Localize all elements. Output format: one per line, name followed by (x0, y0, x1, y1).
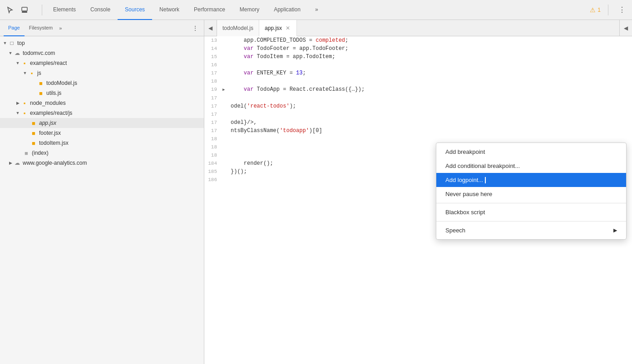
context-menu-label-blackbox: Blackbox script (445, 209, 485, 216)
tab-elements[interactable]: Elements (46, 0, 83, 20)
toolbar-icons (4, 4, 31, 16)
more-menu-button[interactable]: ⋮ (616, 4, 628, 16)
cursor-icon[interactable] (4, 4, 16, 16)
toolbar-divider (42, 5, 42, 15)
code-line-13: 13 app.COMPLETED_TODOS = completed; (204, 36, 632, 44)
context-menu-divider (436, 203, 626, 203)
panel-tabs: Page Filesystem » ⋮ (0, 20, 204, 36)
context-menu-label-add-logpoint: Add logpoint... (445, 177, 483, 183)
file-icon-todomodel: ■ (37, 79, 44, 87)
tree-item-index[interactable]: ■ (index) (0, 148, 204, 158)
code-line-ctx-1: 17 (204, 94, 632, 102)
editor-collapse-button[interactable]: ◀ (619, 20, 632, 36)
code-line-18: 18 (204, 77, 632, 85)
tree-arrow-google-analytics: ▶ (7, 161, 14, 165)
left-panel: Page Filesystem » ⋮ ▼ □ top (0, 20, 204, 364)
tree-item-app-jsx[interactable]: ■ app.jsx (0, 118, 204, 128)
toolbar: Elements Console Sources Network Perform… (0, 0, 632, 20)
toggle-drawer-icon[interactable] (18, 4, 31, 16)
editor-tab-close-button[interactable]: ✕ (285, 25, 291, 31)
tree-arrow-todomvc: ▼ (7, 51, 14, 55)
tab-application[interactable]: Application (267, 0, 308, 20)
context-menu-item-never-pause[interactable]: Never pause here (436, 187, 626, 201)
tree-item-examples-react-js[interactable]: ▼ ▪ examples/react/js (0, 108, 204, 118)
editor-tab-app-jsx[interactable]: app.jsx ✕ (259, 20, 297, 36)
code-line-19: 19 ▶ var TodoApp = React.createClass({…}… (204, 85, 632, 94)
tab-more[interactable]: » (308, 0, 326, 20)
tab-bar: Elements Console Sources Network Perform… (46, 0, 590, 20)
code-line-ctx-4: 17 odel}/>, (204, 118, 632, 127)
warning-badge[interactable]: ⚠ 1 (590, 6, 601, 14)
folder-icon-top: □ (8, 39, 15, 47)
context-menu-item-add-logpoint[interactable]: Add logpoint... (436, 173, 626, 187)
context-menu-submenu-arrow: ▶ (613, 227, 617, 233)
folder-icon-node-modules: ▪ (21, 99, 28, 107)
file-icon-footer-jsx: ■ (30, 129, 37, 137)
file-tree: ▼ □ top ▼ ☁ todomvc.com ▼ ▪ examples/rea… (0, 36, 204, 364)
tree-arrow-top: ▼ (2, 41, 8, 45)
svg-rect-0 (22, 7, 27, 11)
code-line-14: 14 var TodoFooter = app.TodoFooter; (204, 44, 632, 53)
code-line-ctx-6: 18 (204, 135, 632, 143)
main-container: Page Filesystem » ⋮ ▼ □ top (0, 20, 632, 364)
context-menu-divider-2 (436, 221, 626, 221)
warning-count: 1 (597, 7, 601, 13)
editor-tabs: ◀ todoModel.js app.jsx ✕ ◀ (204, 20, 632, 36)
context-menu-item-add-breakpoint[interactable]: Add breakpoint (436, 145, 626, 159)
cursor-caret (485, 177, 486, 183)
tab-network[interactable]: Network (152, 0, 187, 20)
tab-memory[interactable]: Memory (232, 0, 267, 20)
editor-tab-todomodel-label: todoModel.js (222, 25, 253, 31)
cloud-icon-google-analytics: ☁ (14, 159, 21, 167)
devtools-container: Elements Console Sources Network Perform… (0, 0, 632, 364)
file-icon-todoitem-jsx: ■ (30, 139, 37, 147)
tree-arrow-examples-react-js: ▼ (15, 111, 21, 115)
code-line-ctx-2: 17 odel('react-todos'); (204, 102, 632, 110)
editor-tab-prev-button[interactable]: ◀ (204, 20, 217, 36)
tab-more-panel[interactable]: » (59, 25, 62, 31)
tree-arrow-examples-react: ▼ (15, 61, 21, 65)
tree-item-examples-react[interactable]: ▼ ▪ examples/react (0, 58, 204, 68)
right-panel: ◀ todoModel.js app.jsx ✕ ◀ 13 app.COMPLE… (204, 20, 632, 364)
code-line-17: 17 var ENTER_KEY = 13; (204, 69, 632, 77)
editor-tab-todomodel[interactable]: todoModel.js (217, 20, 259, 36)
tree-item-node-modules[interactable]: ▶ ▪ node_modules (0, 98, 204, 108)
folder-icon-examples-react: ▪ (21, 59, 28, 67)
panel-menu-button[interactable]: ⋮ (190, 23, 200, 34)
context-menu-label-speech: Speech (445, 227, 465, 234)
file-icon-app-jsx: ■ (30, 119, 37, 127)
toolbar-right: ⚠ 1 ⋮ (590, 4, 628, 16)
file-icon-index: ■ (23, 149, 30, 157)
code-line-ctx-3: 17 (204, 110, 632, 118)
tab-sources[interactable]: Sources (118, 0, 152, 20)
tree-item-footer-jsx[interactable]: ■ footer.jsx (0, 128, 204, 138)
tree-arrow-node-modules: ▶ (15, 101, 21, 105)
context-menu-item-speech[interactable]: Speech ▶ (436, 223, 626, 237)
tree-item-todomvc[interactable]: ▼ ☁ todomvc.com (0, 48, 204, 58)
warning-icon: ⚠ (590, 6, 596, 14)
tree-item-js[interactable]: ▼ ▪ js (0, 68, 204, 78)
code-line-15: 15 var TodoItem = app.TodoItem; (204, 53, 632, 61)
tab-filesystem[interactable]: Filesystem (25, 20, 58, 36)
context-menu-label-add-conditional: Add conditional breakpoint... (445, 162, 520, 169)
context-menu: Add breakpoint Add conditional breakpoin… (436, 143, 627, 240)
tree-item-todoitem-jsx[interactable]: ■ todoItem.jsx (0, 138, 204, 148)
code-line-16: 16 (204, 61, 632, 69)
tree-item-top[interactable]: ▼ □ top (0, 38, 204, 48)
tree-item-google-analytics[interactable]: ▶ ☁ www.google-analytics.com (0, 158, 204, 168)
toolbar-right-divider (608, 5, 608, 15)
tree-item-todomodel[interactable]: ■ todoModel.js (0, 78, 204, 88)
folder-icon-examples-react-js: ▪ (21, 109, 28, 117)
tree-arrow-js: ▼ (22, 71, 28, 75)
context-menu-item-blackbox[interactable]: Blackbox script (436, 205, 626, 219)
tab-console[interactable]: Console (83, 0, 118, 20)
context-menu-item-add-conditional[interactable]: Add conditional breakpoint... (436, 159, 626, 173)
code-line-ctx-5: 17 ntsByClassName('todoapp')[0] (204, 127, 632, 135)
tab-page[interactable]: Page (4, 20, 25, 36)
tree-item-utils[interactable]: ■ utils.js (0, 88, 204, 98)
context-menu-label-add-breakpoint: Add breakpoint (445, 148, 485, 155)
folder-icon-js: ▪ (28, 69, 35, 77)
svg-rect-1 (22, 11, 27, 13)
cloud-icon-todomvc: ☁ (14, 49, 21, 57)
tab-performance[interactable]: Performance (187, 0, 232, 20)
